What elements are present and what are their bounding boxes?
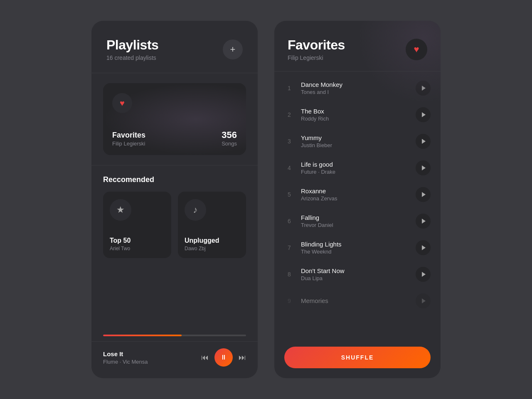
left-panel: Playlists 16 created playlists + ♥ Favor… — [91, 21, 258, 378]
song-title-5: Roxanne — [301, 187, 409, 195]
guitar-icon: ♪ — [193, 204, 198, 215]
song-item-3: 3 Yummy Justin Bieber — [274, 128, 441, 155]
song-play-btn-7[interactable] — [416, 240, 431, 255]
playlists-subtitle: 16 created playlists — [106, 54, 158, 61]
song-play-btn-8[interactable] — [416, 267, 431, 282]
song-play-btn-4[interactable] — [416, 160, 431, 175]
song-info-1: Dance Monkey Tones and I — [301, 81, 409, 95]
song-play-btn-1[interactable] — [416, 81, 431, 96]
favorites-name: Favorites — [112, 131, 145, 140]
play-triangle-3 — [422, 139, 426, 144]
recommended-title: Reccomended — [103, 175, 246, 184]
player-controls: ⏮ ⏸ ⏭ — [201, 348, 246, 367]
song-title-9: Memories — [301, 297, 409, 304]
song-title-3: Yummy — [301, 134, 409, 141]
shuffle-section: SHUFFLE — [274, 342, 441, 378]
song-play-btn-5[interactable] — [416, 187, 431, 202]
play-triangle-1 — [422, 86, 426, 91]
song-play-btn-6[interactable] — [416, 214, 431, 229]
progress-track[interactable] — [103, 335, 246, 336]
favorites-count-label: Songs — [222, 140, 237, 147]
song-artist-8: Dua Lipa — [301, 275, 409, 281]
star-icon: ★ — [116, 204, 125, 215]
favorites-title: Favorites — [288, 37, 345, 53]
song-number-6: 6 — [284, 218, 294, 224]
song-artist-4: Future · Drake — [301, 169, 409, 175]
rec-card-subtitle-0: Ariel Two — [110, 246, 165, 251]
favorites-card-footer: Favorites Filip Legierski 356 Songs — [112, 130, 237, 147]
song-number-5: 5 — [284, 191, 294, 198]
now-playing-info: Lose It Flume · Vic Mensa — [103, 350, 148, 365]
favorites-owner: Filip Legierski — [288, 54, 345, 61]
song-item-2: 2 The Box Roddy Rich — [274, 101, 441, 128]
song-number-3: 3 — [284, 138, 294, 145]
rec-card-footer-1: Unplugged Dawo Zbj — [185, 237, 239, 251]
favorites-card[interactable]: ♥ Favorites Filip Legierski 356 Songs — [103, 83, 246, 155]
song-number-7: 7 — [284, 244, 294, 251]
heart-circle: ♥ — [112, 93, 132, 113]
heart-icon: ♥ — [120, 99, 125, 108]
song-item-6: 6 Falling Trevor Daniel — [274, 208, 441, 234]
song-info-8: Don't Start Now Dua Lipa — [301, 267, 409, 281]
song-play-btn-3[interactable] — [416, 134, 431, 149]
rewind-icon: ⏮ — [201, 353, 209, 362]
rec-card-1[interactable]: ♪ Unplugged Dawo Zbj — [178, 192, 246, 258]
rec-card-0[interactable]: ★ Top 50 Ariel Two — [103, 192, 171, 258]
song-info-4: Life is good Future · Drake — [301, 161, 409, 175]
plus-icon: + — [230, 44, 236, 55]
rec-card-footer-0: Top 50 Ariel Two — [110, 237, 165, 251]
song-info-3: Yummy Justin Bieber — [301, 134, 409, 148]
song-list: 1 Dance Monkey Tones and I 2 The Box Rod… — [274, 71, 441, 342]
song-title-7: Blinding Lights — [301, 241, 409, 248]
left-header-text: Playlists 16 created playlists — [106, 37, 158, 61]
song-title-8: Don't Start Now — [301, 267, 409, 274]
rec-card-subtitle-1: Dawo Zbj — [185, 246, 239, 251]
song-item-4: 4 Life is good Future · Drake — [274, 155, 441, 181]
song-info-9: Memories — [301, 297, 409, 305]
song-title-2: The Box — [301, 108, 409, 115]
forward-button[interactable]: ⏭ — [239, 353, 246, 362]
pause-icon: ⏸ — [220, 354, 227, 361]
shuffle-button[interactable]: SHUFFLE — [284, 347, 431, 368]
now-playing-title: Lose It — [103, 350, 148, 357]
rec-card-title-0: Top 50 — [110, 237, 165, 244]
progress-fill — [103, 335, 182, 336]
right-panel: Favorites Filip Legierski ♥ 1 Dance Monk… — [274, 21, 441, 378]
rec-icon-circle-0: ★ — [110, 199, 131, 221]
song-artist-5: Arizona Zervas — [301, 195, 409, 202]
now-playing-artist: Flume · Vic Mensa — [103, 359, 148, 365]
rewind-button[interactable]: ⏮ — [201, 353, 209, 362]
left-header: Playlists 16 created playlists + — [91, 21, 258, 73]
play-triangle-2 — [422, 112, 426, 117]
play-triangle-6 — [422, 219, 426, 224]
song-title-6: Falling — [301, 214, 409, 221]
play-triangle-4 — [422, 165, 426, 170]
play-triangle-5 — [422, 192, 426, 197]
right-header: Favorites Filip Legierski ♥ — [274, 21, 441, 71]
heart-filled-icon: ♥ — [414, 44, 419, 55]
right-header-text: Favorites Filip Legierski — [288, 37, 345, 61]
song-play-btn-9[interactable] — [416, 293, 431, 308]
pause-button[interactable]: ⏸ — [214, 348, 233, 367]
recommended-section: Reccomended ★ Top 50 Ariel Two ♪ Unplugg… — [91, 165, 258, 335]
favorites-heart-button[interactable]: ♥ — [406, 39, 427, 60]
song-play-btn-2[interactable] — [416, 107, 431, 122]
song-info-2: The Box Roddy Rich — [301, 108, 409, 122]
song-number-8: 8 — [284, 271, 294, 278]
favorites-owner: Filip Legierski — [112, 140, 145, 147]
now-playing: Lose It Flume · Vic Mensa ⏮ ⏸ ⏭ — [91, 341, 258, 378]
add-playlist-button[interactable]: + — [223, 39, 243, 59]
forward-icon: ⏭ — [239, 353, 246, 362]
song-artist-2: Roddy Rich — [301, 116, 409, 122]
song-artist-1: Tones and I — [301, 89, 409, 95]
playlists-title: Playlists — [106, 37, 158, 53]
recommended-grid: ★ Top 50 Ariel Two ♪ Unplugged Dawo Zbj — [103, 192, 246, 258]
song-number-2: 2 — [284, 111, 294, 118]
favorites-count: 356 Songs — [222, 130, 237, 147]
song-artist-3: Justin Bieber — [301, 142, 409, 148]
song-number-9: 9 — [284, 298, 294, 304]
song-item-1: 1 Dance Monkey Tones and I — [274, 75, 441, 101]
song-number-1: 1 — [284, 85, 294, 91]
song-item-8: 8 Don't Start Now Dua Lipa — [274, 261, 441, 288]
song-info-7: Blinding Lights The Weeknd — [301, 241, 409, 255]
